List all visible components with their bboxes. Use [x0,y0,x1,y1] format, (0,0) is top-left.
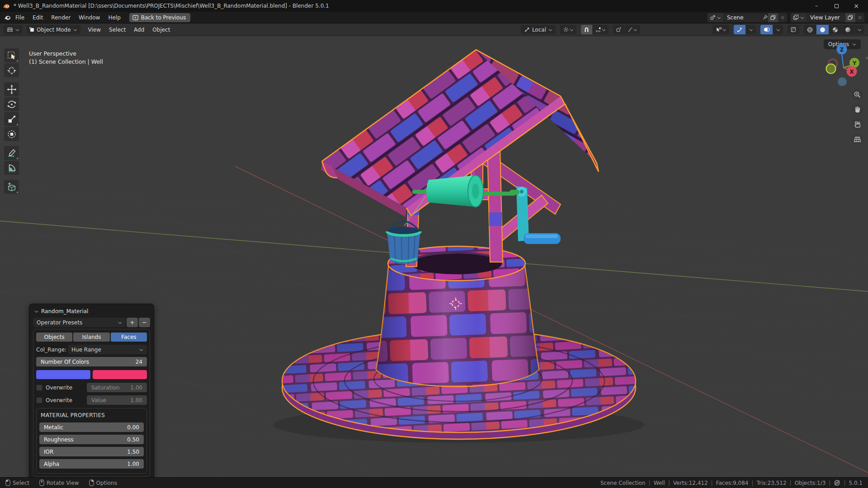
transform-orientation-dropdown[interactable]: Local [521,25,556,34]
number-of-colors-slider[interactable]: Number Of Colors 24 [36,357,147,366]
zoom-button[interactable] [851,89,863,100]
shading-dropdown[interactable] [854,25,864,34]
zoom-icon [854,91,861,99]
menu-select[interactable]: Select [105,25,130,35]
tool-add-cube[interactable] [4,180,19,194]
panel-header[interactable]: Random_Material [33,307,150,318]
mode-tabs: Objects Islands Faces [36,333,147,342]
unlink-scene-button[interactable]: × [778,14,787,21]
tool-cursor[interactable] [4,63,19,77]
top-menu-bar: File Edit Render Window Help Back to Pre… [0,12,868,23]
pan-button[interactable] [851,103,863,115]
operator-presets-dropdown[interactable]: Operator Presets [33,318,126,327]
ior-slider[interactable]: IOR 1.50 [39,447,144,456]
shading-solid-button[interactable] [816,25,829,34]
menu-window[interactable]: Window [75,13,104,23]
camera-view-button[interactable] [851,118,863,130]
tab-faces[interactable]: Faces [111,333,147,342]
gizmos-toggle[interactable] [734,25,745,34]
menu-help[interactable]: Help [104,13,124,23]
shading-wireframe-button[interactable] [804,25,816,34]
remove-preset-button[interactable]: − [139,318,150,327]
menu-edit[interactable]: Edit [28,13,47,23]
view-layer-browse-button[interactable] [791,13,807,22]
scene-icon [710,14,716,20]
tool-move[interactable] [4,82,19,96]
tab-objects[interactable]: Objects [36,333,72,342]
gizmo-neg-z-ball[interactable] [838,77,847,86]
color-swatch-2[interactable] [93,370,147,379]
snap-toggle[interactable] [581,25,592,34]
orthographic-toggle-button[interactable] [851,133,863,145]
material-properties-title: MATERIAL PROPERTIES [41,412,144,418]
shading-rendered-button[interactable] [842,25,854,34]
measure-icon [7,163,17,173]
metallic-slider[interactable]: Metalic 0.00 [39,422,144,432]
window-title: * Well3_B_RandomMaterial [D:\ssers\Docum… [14,3,329,9]
hint-select: Select [5,479,29,486]
mode-label: Object Mode [37,27,71,33]
menu-file[interactable]: File [11,13,28,23]
network-offline-icon [834,479,840,486]
remove-view-layer-button[interactable]: × [855,14,864,21]
svg-text:X: X [849,69,854,75]
saturation-slider[interactable]: Saturation 1.00 [87,383,147,392]
maximize-button[interactable] [827,0,845,11]
navigation-gizmo[interactable]: Z Y X [819,42,866,86]
view-layer-name[interactable]: View Layer [807,14,845,21]
mouse-middle-icon [39,479,44,486]
back-arrow-icon [132,15,138,20]
shading-material-button[interactable] [829,25,841,34]
pin-icon[interactable] [762,14,768,20]
rotate-icon [7,99,17,109]
viewport-3d[interactable]: User Perspective (1) Scene Collection | … [0,36,868,477]
stat-objects: Objects:1/3 [795,480,826,486]
color-swatch-1[interactable] [36,370,90,379]
new-view-layer-button[interactable] [845,13,855,22]
new-scene-button[interactable] [768,13,778,22]
roughness-slider[interactable]: Roughness 0.50 [39,435,144,444]
mode-dropdown[interactable]: Object Mode [26,25,80,34]
tool-measure[interactable] [4,161,19,175]
menu-render[interactable]: Render [47,13,75,23]
col-range-dropdown[interactable]: Hue Range [68,345,147,354]
scene-name[interactable]: Scene [723,14,762,21]
menu-view[interactable]: View [84,25,105,35]
add-preset-button[interactable]: + [127,318,138,327]
close-button[interactable]: × [847,0,865,11]
tool-rotate[interactable] [4,97,19,111]
gizmo-neg-y-ball[interactable] [826,64,836,74]
menu-object[interactable]: Object [148,25,174,35]
tab-islands[interactable]: Islands [73,333,109,342]
tool-select-box[interactable] [4,48,19,62]
blender-app-icon[interactable] [4,14,11,21]
value-slider[interactable]: Value 1.00 [87,395,147,405]
tool-annotate[interactable] [4,146,19,160]
gizmos-dropdown[interactable] [746,25,756,34]
proportional-editing-icon [616,27,622,33]
overwrite-saturation-checkbox[interactable] [36,385,42,391]
hand-icon [854,106,861,113]
stat-object: Well [654,480,665,486]
object-visibility-dropdown[interactable] [712,25,729,34]
overlays-dropdown[interactable] [773,25,783,34]
stat-faces: Faces:9,084 [716,480,749,486]
editor-type-button[interactable] [4,25,23,34]
snap-settings-dropdown[interactable] [593,25,609,34]
alpha-slider[interactable]: Alpha 1.00 [39,459,144,469]
xray-toggle[interactable] [788,25,799,34]
overwrite-value-checkbox[interactable] [36,397,42,404]
minimize-button[interactable]: – [807,0,826,11]
proportional-falloff-dropdown[interactable] [625,25,640,34]
xray-icon [790,27,797,33]
tool-transform[interactable] [4,127,19,141]
well-object[interactable] [274,50,644,443]
menu-add[interactable]: Add [130,25,148,35]
back-to-previous-button[interactable]: Back to Previous [129,13,191,22]
svg-text:Y: Y [852,60,857,66]
proportional-editing-toggle[interactable] [613,25,624,34]
pivot-point-dropdown[interactable] [560,25,576,34]
scene-browse-button[interactable] [708,13,723,22]
overlays-toggle[interactable] [760,25,773,34]
tool-scale[interactable] [4,112,19,126]
